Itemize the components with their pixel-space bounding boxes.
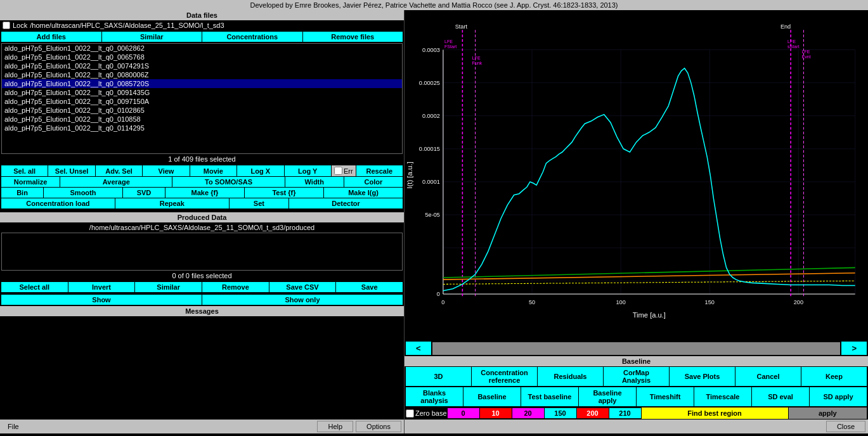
list-item[interactable]: aldo_pH7p5_Elution1_0022__lt_q0_0097150A	[2, 97, 402, 106]
val200-input[interactable]	[577, 408, 609, 418]
btn-timescale[interactable]: Timescale	[694, 387, 751, 406]
concentrations-button[interactable]: Concentrations	[202, 32, 302, 42]
chart-svg: Start End LFE FStart LFE Funk LFE sStart…	[405, 10, 868, 340]
add-files-button[interactable]: Add files	[1, 32, 101, 42]
test-f-button[interactable]: Test {f}	[245, 188, 323, 198]
show-button[interactable]: Show	[1, 295, 202, 305]
view-button[interactable]: View	[143, 165, 189, 176]
svg-text:FStart: FStart	[444, 44, 457, 49]
top-bar: Developed by Emre Brookes, Javier Pérez,…	[0, 0, 868, 10]
list-item[interactable]: aldo_pH7p5_Elution1_0022__lt_q0_0062862	[2, 44, 402, 53]
nav-slider[interactable]	[432, 342, 841, 355]
btn-timeshift[interactable]: Timeshift	[637, 387, 694, 406]
zero-base-label[interactable]: Zero base	[406, 409, 447, 418]
movie-button[interactable]: Movie	[190, 165, 236, 176]
val20-input[interactable]	[512, 408, 544, 418]
color-button[interactable]: Color	[344, 177, 403, 187]
nav-left-button[interactable]: <	[406, 342, 431, 355]
width-button[interactable]: Width	[285, 177, 344, 187]
baseline-row2: Blanks analysis Baseline Test baseline B…	[405, 387, 868, 407]
show-only-button[interactable]: Show only	[202, 295, 403, 305]
rescale-button[interactable]: Rescale	[356, 165, 403, 176]
list-item[interactable]: aldo_pH7p5_Elution1_0022__lt_q0_0065768	[2, 53, 402, 61]
save-button[interactable]: Save	[336, 282, 403, 292]
btn-baseline-btn[interactable]: Baseline	[463, 387, 521, 406]
val10-input[interactable]	[480, 408, 512, 418]
app-title: Developed by Emre Brookes, Javier Pérez,…	[250, 1, 618, 9]
close-row: Close	[405, 420, 868, 433]
btn-3d[interactable]: 3D	[406, 367, 471, 386]
messages-section: Messages	[0, 306, 404, 335]
baseline-row3: Zero base Find best region apply	[405, 407, 868, 420]
bin-button[interactable]: Bin	[1, 188, 43, 198]
btn-test-baseline[interactable]: Test baseline	[521, 387, 578, 406]
btn-sd-apply[interactable]: SD apply	[810, 387, 867, 406]
file-list-container[interactable]: aldo_pH7p5_Elution1_0022__lt_q0_0062862a…	[1, 43, 403, 154]
btn-cancel[interactable]: Cancel	[735, 367, 801, 386]
btn-conc-ref[interactable]: Concentration reference	[472, 367, 537, 386]
sel-all-button[interactable]: Sel. all	[1, 165, 48, 176]
make-g-button[interactable]: Make I(g)	[324, 188, 403, 198]
data-files-header: Data files	[0, 10, 404, 20]
produced-header: Produced Data	[0, 212, 404, 222]
detector-button[interactable]: Detector	[289, 198, 403, 208]
lock-checkbox[interactable]	[3, 22, 10, 29]
list-item[interactable]: aldo_pH7p5_Elution1_0022__lt_q0_0085720S	[2, 79, 402, 88]
svg-text:Time [a.u.]: Time [a.u.]	[633, 311, 666, 318]
err-checkbox[interactable]	[334, 167, 342, 175]
conc-load-button[interactable]: Concentration load	[1, 198, 115, 208]
save-csv-button[interactable]: Save CSV	[269, 282, 336, 292]
list-item[interactable]: aldo_pH7p5_Elution1_0022__lt_q0_0102865	[2, 106, 402, 115]
options-button[interactable]: Options	[356, 421, 401, 432]
nav-right-button[interactable]: >	[841, 342, 867, 355]
btn-cormap[interactable]: CorMap Analysis	[604, 367, 669, 386]
svg-text:Funk: Funk	[472, 60, 483, 66]
find-best-button[interactable]: Find best region	[642, 407, 788, 419]
set-button[interactable]: Set	[230, 198, 288, 208]
list-item[interactable]: aldo_pH7p5_Elution1_0022__lt_q0_0114295	[2, 124, 402, 132]
svg-text:5e-05: 5e-05	[425, 212, 439, 218]
make-f-button[interactable]: Make {f}	[165, 188, 244, 198]
btn-blanks[interactable]: Blanks analysis	[406, 387, 463, 406]
apply-button[interactable]: apply	[789, 407, 867, 419]
sel-unsel-button[interactable]: Sel. Unsel	[48, 165, 94, 176]
log-y-button[interactable]: Log Y	[285, 165, 331, 176]
err-checkbox-label[interactable]: Err	[332, 165, 356, 176]
remove-produced-button[interactable]: Remove	[202, 282, 269, 292]
similar-produced-button[interactable]: Similar	[135, 282, 202, 292]
svd-button[interactable]: SVD	[123, 188, 165, 198]
list-item[interactable]: aldo_pH7p5_Elution1_0022__lt_q0_010858	[2, 115, 402, 124]
produced-list[interactable]	[1, 233, 403, 271]
adv-sel-button[interactable]: Adv. Sel	[96, 165, 142, 176]
to-somo-sas-button[interactable]: To SOMO/SAS	[172, 177, 284, 187]
messages-body	[0, 316, 404, 335]
val0-input[interactable]	[448, 408, 479, 418]
average-button[interactable]: Average	[60, 177, 172, 187]
select-all-button[interactable]: Select all	[1, 282, 68, 292]
smooth-button[interactable]: Smooth	[44, 188, 122, 198]
zero-base-checkbox[interactable]	[406, 409, 414, 418]
btn-save-plots[interactable]: Save Plots	[670, 367, 735, 386]
list-item[interactable]: aldo_pH7p5_Elution1_0022__lt_q0_0091435G	[2, 88, 402, 97]
repeak-button[interactable]: Repeak	[115, 198, 229, 208]
list-item[interactable]: aldo_pH7p5_Elution1_0022__lt_q0_0080006Z	[2, 70, 402, 79]
baseline-header: Baseline	[405, 356, 868, 366]
btn-baseline-apply[interactable]: Baseline apply	[579, 387, 636, 406]
val210-input[interactable]	[609, 408, 641, 418]
list-item[interactable]: aldo_pH7p5_Elution1_0022__lt_q0_0074291S	[2, 61, 402, 70]
similar-button[interactable]: Similar	[102, 32, 202, 42]
btn-keep[interactable]: Keep	[801, 367, 867, 386]
remove-files-button[interactable]: Remove files	[303, 32, 403, 42]
invert-button[interactable]: Invert	[68, 282, 135, 292]
close-button[interactable]: Close	[826, 421, 865, 432]
btn-sd-eval[interactable]: SD eval	[752, 387, 809, 406]
chart-nav-row: < >	[405, 340, 868, 356]
log-x-button[interactable]: Log X	[237, 165, 283, 176]
file-menu[interactable]: File	[3, 421, 24, 432]
help-button[interactable]: Help	[317, 421, 353, 432]
produced-path: /home/ultrascan/HPLC_SAXS/Aldolase_25_11…	[0, 222, 404, 233]
svg-text:0.0003: 0.0003	[422, 47, 440, 53]
btn-residuals[interactable]: Residuals	[538, 367, 603, 386]
normalize-button[interactable]: Normalize	[1, 177, 60, 187]
val150-input[interactable]	[545, 408, 576, 418]
